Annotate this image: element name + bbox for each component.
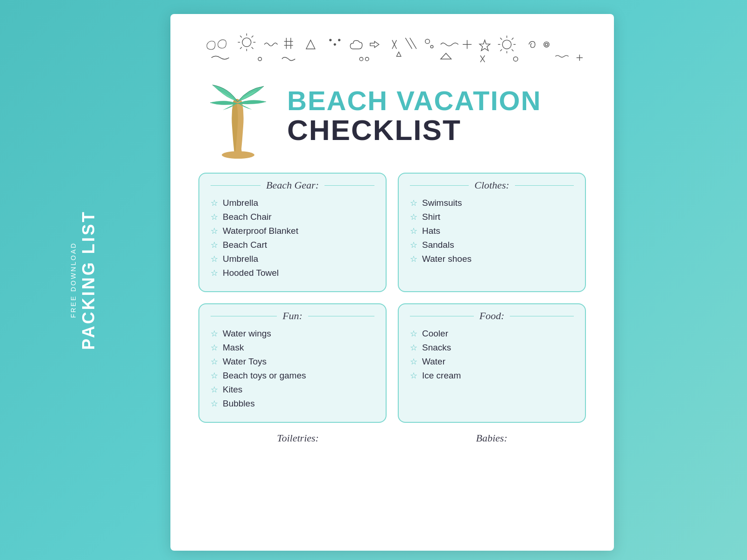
title-beach-vacation: BEACH VACATION xyxy=(287,87,542,114)
svg-point-24 xyxy=(502,40,511,49)
svg-point-14 xyxy=(334,43,336,45)
section-title-fun: Fun: xyxy=(277,310,308,322)
svg-line-29 xyxy=(500,38,502,40)
svg-point-33 xyxy=(544,42,549,47)
svg-line-6 xyxy=(252,47,254,49)
list-item[interactable]: ☆Beach toys or games xyxy=(211,371,374,381)
list-item[interactable]: ☆Umbrella xyxy=(211,198,374,208)
list-item-text: Ice cream xyxy=(422,371,461,381)
star-icon: ☆ xyxy=(211,371,218,381)
section-title-line-left xyxy=(410,316,474,316)
star-icon: ☆ xyxy=(410,226,417,236)
list-item[interactable]: ☆Water shoes xyxy=(410,254,574,264)
star-icon: ☆ xyxy=(211,399,218,409)
list-item[interactable]: ☆Water Toys xyxy=(211,357,374,367)
list-item[interactable]: ☆Kites xyxy=(211,385,374,395)
star-icon: ☆ xyxy=(211,226,218,236)
section-title-line-right xyxy=(324,185,374,186)
title-area: BEACH VACATION CHECKLIST xyxy=(194,75,591,159)
star-icon: ☆ xyxy=(410,212,417,222)
section-title-food: Food: xyxy=(474,310,510,322)
svg-point-36 xyxy=(365,57,369,61)
list-item[interactable]: ☆Swimsuits xyxy=(410,198,574,208)
list-item[interactable]: ☆Waterproof Blanket xyxy=(211,226,374,236)
section-title-line-left xyxy=(211,185,261,186)
section-food: Food:☆Cooler☆Snacks☆Water☆Ice cream xyxy=(398,303,586,423)
list-item[interactable]: ☆Water wings xyxy=(211,329,374,339)
list-item-text: Cooler xyxy=(422,329,448,339)
list-item[interactable]: ☆Snacks xyxy=(410,343,574,353)
star-icon: ☆ xyxy=(410,343,417,353)
list-item-text: Water Toys xyxy=(223,357,267,367)
section-beach-gear: Beach Gear:☆Umbrella☆Beach Chair☆Waterpr… xyxy=(198,173,387,292)
star-icon: ☆ xyxy=(211,329,218,339)
star-icon: ☆ xyxy=(410,198,417,208)
list-item-text: Mask xyxy=(223,343,244,353)
svg-line-8 xyxy=(240,47,242,49)
list-item-text: Water wings xyxy=(223,329,271,339)
free-download-text: FREE DOWNLOAD xyxy=(70,210,77,350)
star-icon: ☆ xyxy=(410,240,417,250)
svg-point-35 xyxy=(359,57,363,61)
list-item[interactable]: ☆Hats xyxy=(410,226,574,236)
list-item[interactable]: ☆Bubbles xyxy=(211,399,374,409)
star-icon: ☆ xyxy=(211,240,218,250)
list-item-text: Snacks xyxy=(422,343,451,353)
title-checklist: CHECKLIST xyxy=(287,114,542,146)
title-text-block: BEACH VACATION CHECKLIST xyxy=(287,87,542,146)
list-item[interactable]: ☆Shirt xyxy=(410,212,574,222)
list-item-text: Water xyxy=(422,357,445,367)
list-item-text: Hooded Towel xyxy=(223,268,279,278)
section-title-line-right xyxy=(308,316,374,316)
palm-tree-illustration xyxy=(203,75,278,159)
list-item-text: Swimsuits xyxy=(422,198,462,208)
list-item[interactable]: ☆Water xyxy=(410,357,574,367)
list-item[interactable]: ☆Ice cream xyxy=(410,371,574,381)
list-item-text: Umbrella xyxy=(223,254,258,264)
star-icon: ☆ xyxy=(410,371,417,381)
bottom-section-label-2: Babies: xyxy=(476,432,507,444)
checklist-items-fun: ☆Water wings☆Mask☆Water Toys☆Beach toys … xyxy=(211,329,374,409)
star-icon: ☆ xyxy=(211,212,218,222)
section-fun: Fun:☆Water wings☆Mask☆Water Toys☆Beach t… xyxy=(198,303,387,423)
star-icon: ☆ xyxy=(211,198,218,208)
packing-list-text: PACKING LIST xyxy=(79,210,99,350)
bottom-section-label-1: Toiletries: xyxy=(277,432,319,444)
star-icon: ☆ xyxy=(211,254,218,264)
list-item[interactable]: ☆Beach Cart xyxy=(211,240,374,250)
star-icon: ☆ xyxy=(211,385,218,395)
svg-point-0 xyxy=(242,38,251,47)
list-item[interactable]: ☆Umbrella xyxy=(211,254,374,264)
svg-point-21 xyxy=(430,45,433,48)
list-item[interactable]: ☆Sandals xyxy=(410,240,574,250)
section-title-line-right xyxy=(510,316,574,316)
checklist-items-food: ☆Cooler☆Snacks☆Water☆Ice cream xyxy=(410,329,574,381)
star-icon: ☆ xyxy=(211,268,218,278)
star-icon: ☆ xyxy=(211,343,218,353)
list-item[interactable]: ☆Beach Chair xyxy=(211,212,374,222)
svg-point-42 xyxy=(258,57,262,61)
star-icon: ☆ xyxy=(410,357,417,367)
svg-point-39 xyxy=(514,57,518,61)
list-item-text: Umbrella xyxy=(223,198,258,208)
checklist-items-clothes: ☆Swimsuits☆Shirt☆Hats☆Sandals☆Water shoe… xyxy=(410,198,574,264)
section-clothes: Clothes:☆Swimsuits☆Shirt☆Hats☆Sandals☆Wa… xyxy=(398,173,586,292)
star-icon: ☆ xyxy=(410,254,417,264)
svg-point-43 xyxy=(222,151,254,159)
svg-point-34 xyxy=(545,43,548,46)
list-item[interactable]: ☆Hooded Towel xyxy=(211,268,374,278)
list-item-text: Kites xyxy=(223,385,242,395)
list-item-text: Waterproof Blanket xyxy=(223,226,298,236)
section-title-clothes: Clothes: xyxy=(469,179,515,191)
list-item-text: Sandals xyxy=(422,240,454,250)
svg-line-30 xyxy=(512,49,514,51)
list-item-text: Bubbles xyxy=(223,399,255,409)
list-item-text: Shirt xyxy=(422,212,440,222)
list-item[interactable]: ☆Cooler xyxy=(410,329,574,339)
section-title-beach-gear: Beach Gear: xyxy=(261,179,324,191)
list-item-text: Beach toys or games xyxy=(223,371,306,381)
checklist-grid: Beach Gear:☆Umbrella☆Beach Chair☆Waterpr… xyxy=(194,173,591,423)
list-item[interactable]: ☆Mask xyxy=(211,343,374,353)
side-label: FREE DOWNLOAD PACKING LIST xyxy=(70,210,99,350)
svg-point-13 xyxy=(330,39,331,41)
